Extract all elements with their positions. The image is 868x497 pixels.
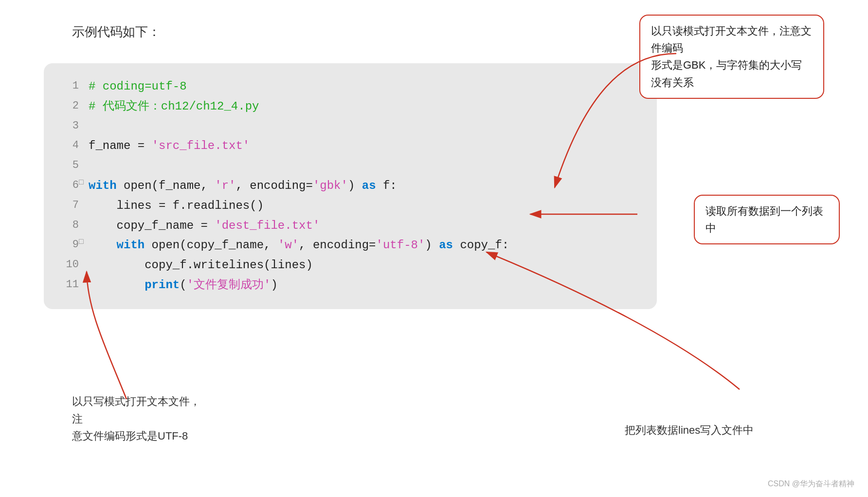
line-number: 2 <box>61 97 79 117</box>
code-content: f_name = 'src_file.txt' <box>89 136 639 156</box>
code-row: 3 <box>61 117 639 137</box>
code-row: 8 copy_f_name = 'dest_file.txt' <box>61 216 639 236</box>
fold-indicator <box>79 136 89 156</box>
line-number: 1 <box>61 77 79 97</box>
fold-indicator <box>79 117 89 137</box>
code-content: with open(copy_f_name, 'w', encoding='ut… <box>89 236 639 256</box>
line-number: 3 <box>61 117 79 137</box>
line-number: 7 <box>61 196 79 216</box>
fold-indicator <box>79 77 89 97</box>
line-number: 5 <box>61 156 79 176</box>
line-number: 9 <box>61 236 79 256</box>
code-row: 11 print('文件复制成功') <box>61 276 639 295</box>
fold-indicator <box>79 156 89 176</box>
line-number: 10 <box>61 256 79 276</box>
fold-indicator <box>79 276 89 295</box>
code-table: 1# coding=utf-82# 代码文件：ch12/ch12_4.py3 4… <box>61 77 639 295</box>
annotation-mid-right: 读取所有数据到一个列表中 <box>694 195 840 244</box>
code-content <box>89 156 639 176</box>
code-content: # coding=utf-8 <box>89 77 639 97</box>
watermark: CSDN @华为奋斗者精神 <box>768 479 854 489</box>
code-content: lines = f.readlines() <box>89 196 639 216</box>
annotation-mid-right-text: 读取所有数据到一个列表中 <box>705 205 823 234</box>
code-content: # 代码文件：ch12/ch12_4.py <box>89 97 639 117</box>
code-row: 6□with open(f_name, 'r', encoding='gbk')… <box>61 176 639 196</box>
fold-indicator <box>79 97 89 117</box>
annotation-bottom-left-text: 以只写模式打开文本文件，注意文件编码形式是UTF-8 <box>72 395 200 442</box>
fold-indicator: □ <box>79 176 89 196</box>
code-content: copy_f_name = 'dest_file.txt' <box>89 216 639 236</box>
code-row: 9□ with open(copy_f_name, 'w', encoding=… <box>61 236 639 256</box>
code-row: 1# coding=utf-8 <box>61 77 639 97</box>
code-row: 10 copy_f.writelines(lines) <box>61 256 639 276</box>
annotation-bottom-left: 以只写模式打开文本文件，注意文件编码形式是UTF-8 <box>72 393 208 444</box>
annotation-bottom-right-text: 把列表数据lines写入文件中 <box>625 424 754 436</box>
code-row: 5 <box>61 156 639 176</box>
line-number: 8 <box>61 216 79 236</box>
fold-indicator <box>79 196 89 216</box>
code-block: 1# coding=utf-82# 代码文件：ch12/ch12_4.py3 4… <box>44 63 657 309</box>
fold-indicator <box>79 216 89 236</box>
code-content: copy_f.writelines(lines) <box>89 256 639 276</box>
line-number: 11 <box>61 276 79 295</box>
code-content: with open(f_name, 'r', encoding='gbk') a… <box>89 176 639 196</box>
fold-indicator: □ <box>79 236 89 256</box>
annotation-top-right-text: 以只读模式打开文本文件，注意文件编码形式是GBK，与字符集的大小写没有关系 <box>651 25 812 89</box>
fold-indicator <box>79 256 89 276</box>
code-row: 4f_name = 'src_file.txt' <box>61 136 639 156</box>
code-row: 7 lines = f.readlines() <box>61 196 639 216</box>
code-row: 2# 代码文件：ch12/ch12_4.py <box>61 97 639 117</box>
intro-label: 示例代码如下： <box>72 23 161 40</box>
line-number: 4 <box>61 136 79 156</box>
annotation-bottom-right: 把列表数据lines写入文件中 <box>625 422 771 439</box>
code-content: print('文件复制成功') <box>89 276 639 295</box>
annotation-top-right: 以只读模式打开文本文件，注意文件编码形式是GBK，与字符集的大小写没有关系 <box>639 15 824 99</box>
code-content <box>89 117 639 137</box>
line-number: 6 <box>61 176 79 196</box>
